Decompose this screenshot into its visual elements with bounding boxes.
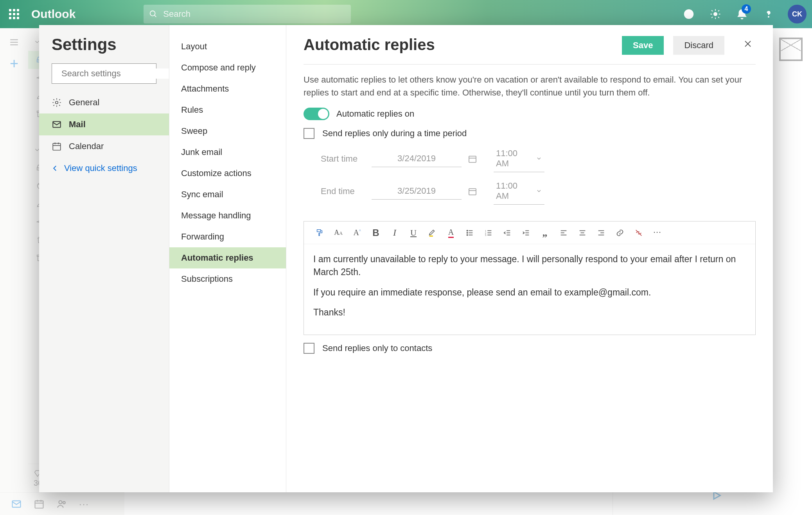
calendar-icon: [468, 154, 477, 164]
toggle-label: Automatic replies on: [336, 109, 414, 119]
sub-customize-actions[interactable]: Customize actions: [169, 163, 286, 184]
start-date-input[interactable]: [372, 150, 462, 167]
start-time-label: Start time: [321, 154, 372, 164]
mail-icon: [52, 119, 62, 130]
sub-message-handling[interactable]: Message handling: [169, 205, 286, 226]
svg-point-0: [150, 11, 155, 16]
font-size-icon: A^: [353, 228, 361, 237]
settings-button[interactable]: [704, 3, 727, 25]
sub-forwarding[interactable]: Forwarding: [169, 226, 286, 247]
sub-attachments[interactable]: Attachments: [169, 78, 286, 99]
indent-button[interactable]: [518, 225, 534, 241]
time-period-checkbox[interactable]: [304, 128, 314, 139]
sub-label: Attachments: [181, 84, 229, 94]
sub-label: Rules: [181, 105, 203, 115]
link-icon: [616, 229, 624, 237]
app-header: Outlook 4 CK: [0, 0, 812, 28]
outdent-button[interactable]: [499, 225, 515, 241]
font-color-button[interactable]: A: [443, 225, 459, 241]
align-right-button[interactable]: [593, 225, 609, 241]
svg-rect-24: [53, 143, 61, 150]
sub-sync-email[interactable]: Sync email: [169, 184, 286, 205]
sub-label: Subscriptions: [181, 274, 233, 284]
start-time-select[interactable]: 11:00 AM: [494, 145, 544, 172]
pane-description: Use automatic replies to let others know…: [304, 73, 756, 99]
number-list-icon: 123: [484, 229, 493, 237]
auto-replies-toggle[interactable]: [304, 108, 329, 120]
sub-label: Forwarding: [181, 232, 224, 242]
time-period-checkbox-row: Send replies only during a time period: [304, 128, 756, 139]
end-date-input[interactable]: [372, 183, 462, 200]
global-search[interactable]: [144, 5, 351, 23]
close-button[interactable]: [740, 36, 756, 52]
chevron-down-icon: [536, 155, 542, 162]
font-family-button[interactable]: AA: [331, 225, 346, 241]
checkbox-label: Send replies only during a time period: [322, 128, 467, 139]
app-launcher-icon: [9, 9, 19, 19]
save-button[interactable]: Save: [622, 36, 664, 55]
brand-label: Outlook: [28, 7, 85, 21]
time-value: 11:00 AM: [496, 148, 532, 169]
sub-automatic-replies[interactable]: Automatic replies: [169, 247, 286, 268]
number-list-button[interactable]: 123: [481, 225, 496, 241]
sub-label: Compose and reply: [181, 63, 256, 73]
checkbox-label: Send replies only to contacts: [322, 343, 432, 353]
svg-point-35: [467, 230, 467, 231]
sub-compose[interactable]: Compose and reply: [169, 57, 286, 78]
svg-point-39: [467, 234, 467, 235]
start-date-picker[interactable]: [466, 153, 479, 165]
unlink-button[interactable]: [631, 225, 647, 241]
sub-sweep[interactable]: Sweep: [169, 121, 286, 142]
svg-rect-30: [469, 156, 476, 162]
indent-icon: [522, 229, 530, 237]
notifications-button[interactable]: 4: [731, 3, 753, 25]
global-search-input[interactable]: [163, 9, 345, 19]
editor-textarea[interactable]: I am currently unavailable to reply to y…: [304, 244, 755, 335]
app-launcher-button[interactable]: [0, 0, 28, 28]
account-avatar[interactable]: CK: [788, 5, 807, 23]
help-button[interactable]: [757, 3, 780, 25]
sub-junk[interactable]: Junk email: [169, 142, 286, 163]
sub-layout[interactable]: Layout: [169, 36, 286, 57]
sub-rules[interactable]: Rules: [169, 99, 286, 121]
highlight-button[interactable]: [424, 225, 440, 241]
category-label: General: [69, 97, 99, 108]
gear-icon: [710, 8, 721, 20]
align-left-button[interactable]: [556, 225, 571, 241]
settings-search[interactable]: [52, 63, 156, 84]
settings-category-general[interactable]: General: [39, 92, 169, 113]
calendar-icon: [468, 187, 477, 196]
settings-subsections: Layout Compose and reply Attachments Rul…: [169, 25, 286, 492]
italic-button[interactable]: I: [387, 225, 402, 241]
settings-detail-pane: Automatic replies Save Discard Use autom…: [286, 25, 773, 492]
contacts-only-checkbox[interactable]: [304, 343, 314, 354]
link-button[interactable]: [612, 225, 628, 241]
close-icon: [743, 39, 753, 49]
end-time-select[interactable]: 11:00 AM: [494, 178, 544, 205]
bold-button[interactable]: B: [368, 225, 384, 241]
align-center-button[interactable]: [575, 225, 590, 241]
discard-button[interactable]: Discard: [673, 36, 724, 55]
font-color-icon: A: [448, 228, 454, 238]
quote-icon: „: [543, 227, 548, 239]
skype-icon: [683, 8, 695, 20]
outdent-icon: [503, 229, 512, 237]
help-icon: [763, 9, 774, 20]
settings-search-input[interactable]: [61, 68, 169, 79]
highlight-icon: [428, 229, 437, 237]
font-size-button[interactable]: A^: [349, 225, 365, 241]
toolbar-more-button[interactable]: ···: [650, 225, 665, 241]
skype-button[interactable]: [677, 3, 700, 25]
contacts-only-row: Send replies only to contacts: [304, 343, 756, 354]
underline-button[interactable]: U: [406, 225, 421, 241]
quote-button[interactable]: „: [537, 225, 553, 241]
end-date-picker[interactable]: [466, 185, 479, 198]
settings-category-calendar[interactable]: Calendar: [39, 135, 169, 157]
view-quick-settings[interactable]: View quick settings: [39, 157, 169, 179]
chevron-down-icon: [536, 188, 542, 194]
settings-category-mail[interactable]: Mail: [39, 113, 169, 135]
format-painter-button[interactable]: [312, 225, 327, 241]
align-right-icon: [597, 229, 605, 237]
bullet-list-button[interactable]: [462, 225, 478, 241]
sub-subscriptions[interactable]: Subscriptions: [169, 268, 286, 290]
